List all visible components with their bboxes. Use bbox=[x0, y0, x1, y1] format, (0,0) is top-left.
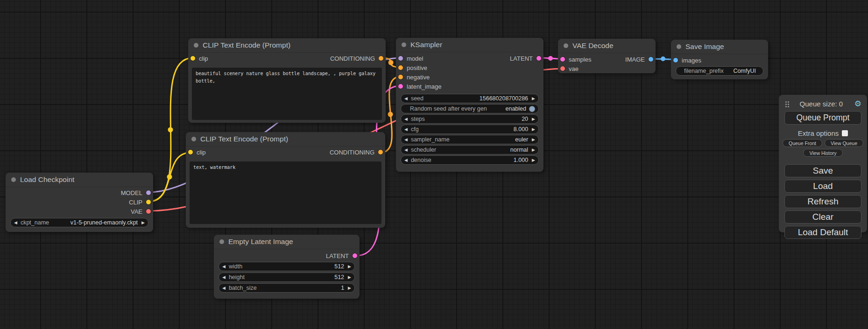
increment-arrow-icon[interactable]: ▶ bbox=[532, 117, 535, 121]
output-slot-vae: VAE bbox=[6, 207, 153, 216]
queue-prompt-button[interactable]: Queue Prompt bbox=[784, 111, 861, 125]
node-ksampler[interactable]: KSampler model LATENT positive negative … bbox=[396, 38, 543, 172]
node-load-checkpoint[interactable]: Load Checkpoint MODEL CLIP VAE ◀ ckpt_na… bbox=[6, 173, 153, 232]
model-output-dot[interactable] bbox=[146, 190, 151, 195]
extra-options-label: Extra options bbox=[798, 129, 839, 137]
node-clip-text-encode-positive[interactable]: CLIP Text Encode (Prompt) clip CONDITION… bbox=[188, 38, 386, 123]
node-vae-decode[interactable]: VAE Decode samples IMAGE vae bbox=[558, 39, 656, 73]
random-seed-toggle-widget[interactable]: Random seed after every gen enabled bbox=[401, 104, 539, 113]
increment-arrow-icon[interactable]: ▶ bbox=[348, 275, 351, 280]
save-button[interactable]: Save bbox=[784, 164, 861, 177]
load-button[interactable]: Load bbox=[784, 180, 861, 193]
node-title: KSampler bbox=[410, 41, 442, 49]
latent-output-dot[interactable] bbox=[353, 253, 357, 258]
positive-input-dot[interactable] bbox=[398, 65, 403, 70]
link-midpoint-dot bbox=[388, 112, 393, 117]
decrement-arrow-icon[interactable]: ◀ bbox=[14, 221, 17, 225]
denoise-widget[interactable]: ◀ denoise 1.000 ▶ bbox=[401, 155, 539, 165]
node-empty-latent-image[interactable]: Empty Latent Image LATENT ◀ width 512 ▶ … bbox=[214, 235, 360, 299]
steps-widget[interactable]: ◀ steps 20 ▶ bbox=[401, 114, 539, 124]
output-slot-model: MODEL bbox=[6, 188, 153, 197]
collapse-dot-icon[interactable] bbox=[219, 239, 224, 244]
node-save-image[interactable]: Save Image images filename_prefix ComfyU… bbox=[671, 40, 768, 79]
seed-widget[interactable]: ◀ seed 156680208700286 ▶ bbox=[401, 94, 539, 103]
decrement-arrow-icon[interactable]: ◀ bbox=[222, 265, 226, 269]
node-title: Empty Latent Image bbox=[228, 238, 293, 246]
collapse-dot-icon[interactable] bbox=[191, 137, 196, 141]
decrement-arrow-icon[interactable]: ◀ bbox=[404, 138, 408, 142]
clip-input-dot[interactable] bbox=[191, 56, 195, 61]
prompt-textarea[interactable]: beautiful scenery nature glass bottle la… bbox=[192, 68, 382, 120]
clip-output-dot[interactable] bbox=[146, 200, 151, 204]
model-input-dot[interactable] bbox=[398, 56, 403, 61]
width-widget[interactable]: ◀ width 512 ▶ bbox=[219, 262, 355, 271]
node-clip-text-encode-negative[interactable]: CLIP Text Encode (Prompt) clip CONDITION… bbox=[186, 132, 385, 228]
node-title-bar[interactable]: Save Image bbox=[671, 40, 768, 54]
decrement-arrow-icon[interactable]: ◀ bbox=[404, 148, 408, 152]
node-graph-canvas[interactable]: Load Checkpoint MODEL CLIP VAE ◀ ckpt_na… bbox=[0, 0, 868, 329]
collapse-dot-icon[interactable] bbox=[194, 43, 198, 48]
extra-options-checkbox[interactable] bbox=[842, 130, 848, 136]
collapse-dot-icon[interactable] bbox=[11, 177, 16, 182]
gear-icon[interactable]: ⚙ bbox=[854, 100, 861, 108]
collapse-dot-icon[interactable] bbox=[564, 43, 568, 48]
link-midpoint-dot bbox=[661, 56, 665, 61]
increment-arrow-icon[interactable]: ▶ bbox=[532, 138, 535, 142]
load-default-button[interactable]: Load Default bbox=[784, 226, 861, 239]
prompt-textarea[interactable]: text, watermark bbox=[190, 161, 381, 224]
node-title-bar[interactable]: VAE Decode bbox=[558, 39, 656, 53]
images-input-dot[interactable] bbox=[673, 58, 678, 63]
conditioning-output-dot[interactable] bbox=[378, 150, 383, 154]
refresh-button[interactable]: Refresh bbox=[784, 195, 861, 208]
increment-arrow-icon[interactable]: ▶ bbox=[141, 221, 145, 225]
node-title: Load Checkpoint bbox=[20, 175, 74, 184]
sampler-name-widget[interactable]: ◀ sampler_name euler ▶ bbox=[401, 135, 539, 144]
cfg-widget[interactable]: ◀ cfg 8.000 ▶ bbox=[401, 125, 539, 134]
drag-handle-icon[interactable] bbox=[785, 101, 787, 103]
node-title: CLIP Text Encode (Prompt) bbox=[200, 135, 288, 143]
node-title-bar[interactable]: CLIP Text Encode (Prompt) bbox=[186, 132, 385, 147]
toggle-enabled-icon[interactable] bbox=[529, 106, 535, 112]
node-title-bar[interactable]: CLIP Text Encode (Prompt) bbox=[188, 38, 386, 53]
conditioning-output-dot[interactable] bbox=[379, 56, 383, 61]
decrement-arrow-icon[interactable]: ◀ bbox=[222, 286, 226, 290]
node-title-bar[interactable]: KSampler bbox=[396, 38, 543, 52]
increment-arrow-icon[interactable]: ▶ bbox=[532, 148, 535, 152]
decrement-arrow-icon[interactable]: ◀ bbox=[404, 127, 408, 132]
latent-output-dot[interactable] bbox=[536, 56, 541, 61]
view-queue-button[interactable]: View Queue bbox=[825, 139, 863, 147]
increment-arrow-icon[interactable]: ▶ bbox=[348, 265, 351, 269]
image-output-dot[interactable] bbox=[649, 57, 653, 62]
collapse-dot-icon[interactable] bbox=[402, 42, 406, 47]
increment-arrow-icon[interactable]: ▶ bbox=[532, 127, 535, 132]
scheduler-widget[interactable]: ◀ scheduler normal ▶ bbox=[401, 145, 539, 154]
latent-image-input-dot[interactable] bbox=[398, 84, 403, 89]
clear-button[interactable]: Clear bbox=[784, 210, 861, 224]
decrement-arrow-icon[interactable]: ◀ bbox=[404, 117, 408, 121]
queue-size-label: Queue size: 0 bbox=[788, 100, 854, 108]
increment-arrow-icon[interactable]: ▶ bbox=[532, 158, 535, 162]
queue-panel: Queue size: 0 ⚙ Queue Prompt Extra optio… bbox=[779, 95, 867, 232]
vae-input-dot[interactable] bbox=[560, 66, 565, 71]
clip-input-dot[interactable] bbox=[188, 150, 193, 154]
output-slot-latent: LATENT bbox=[214, 251, 360, 260]
negative-input-dot[interactable] bbox=[398, 75, 403, 79]
filename-prefix-widget[interactable]: filename_prefix ComfyUI bbox=[676, 66, 763, 76]
batch-size-widget[interactable]: ◀ batch_size 1 ▶ bbox=[219, 283, 355, 293]
height-widget[interactable]: ◀ height 512 ▶ bbox=[219, 273, 355, 282]
decrement-arrow-icon[interactable]: ◀ bbox=[404, 97, 408, 101]
samples-input-dot[interactable] bbox=[560, 57, 565, 62]
increment-arrow-icon[interactable]: ▶ bbox=[532, 97, 535, 101]
link-midpoint-dot bbox=[168, 127, 173, 133]
link-midpoint-dot bbox=[167, 175, 172, 180]
queue-front-button[interactable]: Queue Front bbox=[783, 139, 822, 147]
collapse-dot-icon[interactable] bbox=[677, 44, 681, 49]
node-title-bar[interactable]: Empty Latent Image bbox=[214, 235, 360, 249]
vae-output-dot[interactable] bbox=[146, 209, 151, 214]
node-title-bar[interactable]: Load Checkpoint bbox=[6, 173, 153, 187]
decrement-arrow-icon[interactable]: ◀ bbox=[404, 158, 408, 162]
ckpt-name-widget[interactable]: ◀ ckpt_name v1-5-pruned-emaonly.ckpt ▶ bbox=[10, 218, 148, 227]
view-history-button[interactable]: View History bbox=[803, 149, 842, 157]
increment-arrow-icon[interactable]: ▶ bbox=[348, 286, 351, 290]
decrement-arrow-icon[interactable]: ◀ bbox=[222, 275, 226, 280]
